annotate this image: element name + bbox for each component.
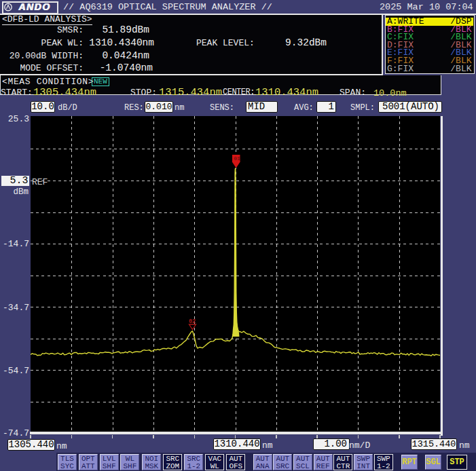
svg-text:01: 01	[234, 155, 240, 162]
svg-text:02: 02	[189, 318, 196, 325]
